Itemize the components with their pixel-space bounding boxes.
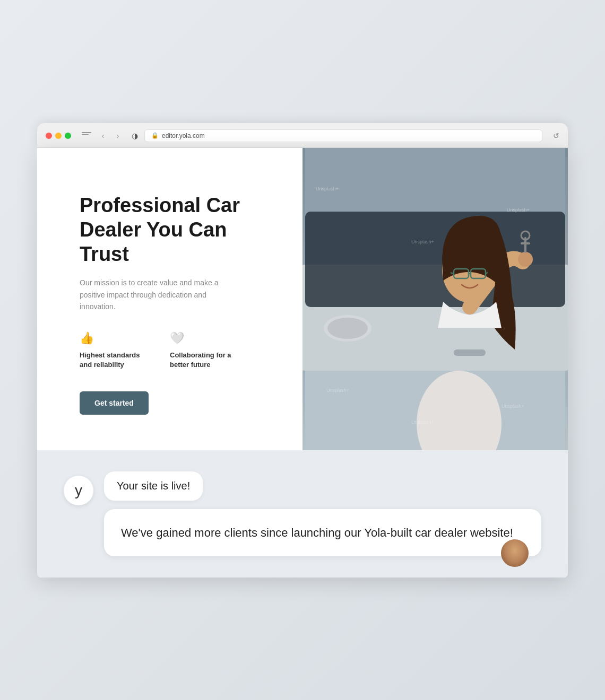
heart-icon: 🤍	[170, 331, 239, 345]
feature-item-1: 👍 Highest standards and reliability	[80, 331, 149, 370]
main-wrapper: ‹ › ◑ 🔒 editor.yola.com ↺ Professional C…	[37, 123, 568, 578]
browser-content: Professional Car Dealer You Can Trust Ou…	[37, 148, 568, 578]
yola-logo-bubble: y	[64, 476, 93, 505]
testimonial-text: We've gained more clients since launchin…	[121, 526, 513, 539]
svg-point-5	[327, 318, 368, 339]
maximize-button[interactable]	[65, 133, 71, 139]
testimonial-avatar	[501, 539, 529, 567]
address-text: editor.yola.com	[162, 132, 205, 139]
svg-text:Unsplash+: Unsplash+	[507, 207, 530, 213]
address-bar[interactable]: 🔒 editor.yola.com	[144, 129, 542, 142]
chat-bubble-testimonial: We've gained more clients since launchin…	[104, 509, 541, 556]
svg-text:Unsplash+: Unsplash+	[411, 239, 434, 244]
traffic-lights	[46, 133, 71, 139]
reload-icon[interactable]: ↺	[553, 132, 559, 140]
chat-section: y Your site is live! We've gained more c…	[37, 450, 568, 578]
avatar-image	[501, 539, 529, 567]
svg-text:Unsplash+: Unsplash+	[316, 186, 339, 191]
feature-1-label: Highest standards and reliability	[80, 351, 149, 370]
forward-arrow-icon[interactable]: ›	[113, 130, 123, 141]
svg-text:Unsplash+: Unsplash+	[502, 404, 524, 409]
feature-2-label: Collaborating for a better future	[170, 351, 239, 370]
thumbs-up-icon: 👍	[80, 331, 149, 345]
browser-chrome: ‹ › ◑ 🔒 editor.yola.com ↺	[37, 123, 568, 148]
back-arrow-icon[interactable]: ‹	[98, 130, 108, 141]
chat-bubble-live: Your site is live!	[104, 471, 203, 501]
brightness-icon: ◑	[132, 132, 138, 140]
svg-point-8	[518, 252, 533, 267]
minimize-button[interactable]	[55, 133, 62, 139]
hero-section: Professional Car Dealer You Can Trust Ou…	[37, 148, 568, 450]
svg-rect-6	[454, 349, 486, 356]
feature-item-2: 🤍 Collaborating for a better future	[170, 331, 239, 370]
close-button[interactable]	[46, 133, 52, 139]
svg-text:Unsplash+: Unsplash+	[326, 388, 349, 393]
browser-nav: ‹ ›	[98, 130, 123, 141]
hero-image: Unsplash+ Unsplash+ Unsplash+ Unsplash+ …	[302, 148, 568, 450]
sidebar-toggle-icon[interactable]	[82, 132, 91, 139]
hero-title: Professional Car Dealer You Can Trust	[80, 194, 271, 266]
lock-icon: 🔒	[151, 132, 159, 139]
hero-left: Professional Car Dealer You Can Trust Ou…	[37, 148, 302, 450]
get-started-button[interactable]: Get started	[80, 391, 149, 415]
feature-icons: 👍 Highest standards and reliability 🤍 Co…	[80, 331, 271, 370]
chat-messages: Your site is live! We've gained more cli…	[104, 471, 541, 556]
svg-text:Unsplash+: Unsplash+	[411, 419, 434, 425]
hero-description: Our mission is to create value and make …	[80, 277, 228, 312]
hero-illustration: Unsplash+ Unsplash+ Unsplash+ Unsplash+ …	[302, 148, 568, 450]
car-dealer-image: Unsplash+ Unsplash+ Unsplash+ Unsplash+ …	[302, 148, 568, 450]
